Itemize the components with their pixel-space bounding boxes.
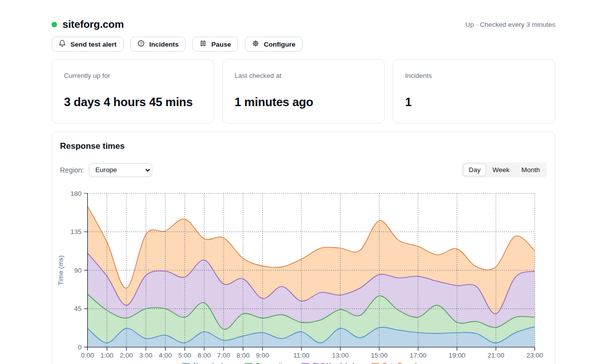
svg-text:21:00: 21:00	[487, 352, 504, 359]
page: siteforg.com Up · Checked every 3 minute…	[0, 18, 595, 364]
pause-icon	[199, 40, 207, 49]
send-test-alert-button[interactable]: Send test alert	[52, 37, 123, 52]
legend-item: Name lookup	[182, 362, 233, 364]
chart-legend: Name lookupConnectionTLS HandshakeData T…	[182, 362, 422, 364]
svg-text:17:00: 17:00	[410, 352, 426, 359]
svg-text:0:00: 0:00	[81, 352, 94, 359]
legend-item: Connection	[244, 362, 290, 364]
response-times-chart: 045901351800:001:002:003:004:005:006:007…	[52, 184, 555, 364]
stat-cards-row: Currently up for 3 days 4 hours 45 mins …	[52, 59, 555, 123]
header: siteforg.com Up · Checked every 3 minute…	[52, 18, 555, 30]
stat-value: 1	[405, 95, 543, 109]
gear-icon	[252, 40, 259, 49]
svg-text:6:00: 6:00	[198, 352, 211, 359]
pause-button[interactable]: Pause	[192, 37, 238, 52]
stat-label: Last checked at	[235, 72, 372, 79]
page-title: siteforg.com	[62, 18, 124, 30]
stacked-area-chart: 045901351800:001:002:003:004:005:006:007…	[52, 184, 555, 364]
svg-text:45: 45	[74, 305, 81, 312]
svg-text:19:00: 19:00	[449, 352, 466, 359]
configure-button[interactable]: Configure	[245, 37, 302, 52]
alert-circle-icon	[137, 40, 145, 49]
svg-text:90: 90	[74, 267, 81, 274]
svg-text:0: 0	[78, 344, 82, 351]
stat-card-uptime: Currently up for 3 days 4 hours 45 mins	[52, 59, 214, 123]
bell-icon	[59, 40, 66, 49]
svg-text:135: 135	[70, 228, 82, 236]
svg-text:5:00: 5:00	[178, 352, 191, 359]
chart-controls: Region: Europe Day Week Month	[60, 162, 547, 178]
legend-item: Data Transfer	[371, 362, 422, 364]
svg-text:15:00: 15:00	[371, 352, 388, 359]
toolbar: Send test alert Incidents Pause Configur…	[52, 37, 555, 52]
chart-title: Response times	[60, 141, 547, 151]
site-header: siteforg.com	[52, 18, 124, 30]
svg-text:9:00: 9:00	[256, 352, 269, 359]
svg-text:23:00: 23:00	[527, 352, 543, 359]
stat-label: Incidents	[405, 72, 543, 79]
chart-areas	[88, 206, 535, 347]
svg-text:4:00: 4:00	[159, 352, 172, 359]
stat-value: 3 days 4 hours 45 mins	[64, 95, 202, 109]
stat-label: Currently up for	[64, 72, 202, 79]
response-times-card: Response times Region: Europe Day Week M…	[52, 131, 555, 364]
uptime-status-text: Up · Checked every 3 minutes	[465, 21, 555, 28]
svg-text:11:00: 11:00	[294, 352, 310, 359]
status-dot-icon	[52, 22, 57, 27]
region-label: Region:	[60, 166, 84, 174]
svg-text:2:00: 2:00	[120, 352, 133, 359]
stat-value: 1 minutes ago	[235, 95, 372, 109]
svg-text:1:00: 1:00	[101, 352, 114, 359]
y-axis-label: Time (ms)	[57, 255, 64, 285]
stat-card-last-checked: Last checked at 1 minutes ago	[222, 59, 385, 123]
stat-card-incidents: Incidents 1	[393, 59, 555, 123]
svg-text:13:00: 13:00	[332, 352, 349, 359]
tab-week[interactable]: Week	[487, 164, 515, 176]
tab-month[interactable]: Month	[516, 164, 545, 176]
incidents-button[interactable]: Incidents	[130, 37, 185, 52]
svg-text:7:00: 7:00	[217, 352, 230, 359]
tab-day[interactable]: Day	[463, 164, 486, 176]
region-select[interactable]: Europe	[89, 163, 152, 177]
range-segmented-control: Day Week Month	[462, 162, 547, 178]
svg-text:3:00: 3:00	[139, 352, 152, 359]
svg-text:8:00: 8:00	[237, 352, 249, 359]
legend-item: TLS Handshake	[301, 362, 359, 364]
svg-text:180: 180	[70, 190, 82, 197]
region-control: Region: Europe	[60, 163, 152, 177]
